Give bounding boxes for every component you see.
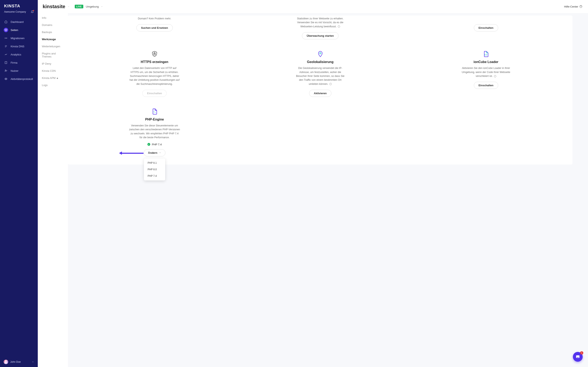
nav-label: Nutzer [11, 69, 18, 72]
building-icon [4, 61, 7, 64]
nav-sites[interactable]: Seiten [0, 26, 38, 34]
chevron-down-icon[interactable] [67, 5, 70, 8]
tools-panel: Domain? Kein Problem mehr. Suchen und Er… [68, 16, 294, 165]
php-option-81[interactable]: PHP 8.1 [144, 160, 165, 166]
company-name[interactable]: Awesome Company [4, 10, 26, 13]
subnav-cdn[interactable]: Kinsta CDN [38, 67, 68, 75]
subnav-domains[interactable]: Domains [38, 21, 68, 29]
php-version-dropdown: PHP 8.1 PHP 8.0 PHP 7.4 [144, 158, 165, 180]
primary-sidebar: KINSTA Awesome Company Dashboard Seiten … [0, 0, 38, 184]
nav-users[interactable]: Nutzer [0, 67, 38, 75]
nav-migrations[interactable]: Migrationen [0, 34, 38, 42]
nav-label: Dashboard [11, 20, 24, 24]
chevron-down-icon[interactable] [101, 6, 103, 8]
home-icon [4, 20, 7, 23]
subnav-plugins[interactable]: Plugins and Themes [38, 50, 68, 60]
brand-logo: KINSTA [4, 4, 34, 8]
arrows-icon [4, 37, 7, 40]
tool-card-https: HTTPS erzwingen Leitet den Datenverkehr … [77, 51, 232, 97]
card-title: PHP-Engine [145, 118, 164, 121]
tool-card-monitoring: Statistiken zu Ihrer Webseite zu erhalte… [243, 17, 294, 39]
card-description: Verwenden Sie diese Steuerelemente um zw… [129, 124, 180, 140]
php-option-80[interactable]: PHP 8.0 [144, 166, 165, 173]
php-option-74[interactable]: PHP 7.4 [144, 173, 165, 179]
layers-icon [4, 29, 7, 31]
card-title: HTTPS erzwingen [141, 60, 168, 64]
live-badge: LIVE [75, 5, 83, 8]
notification-bell-icon[interactable] [31, 10, 34, 13]
php-current-version: PHP 7.4 [147, 143, 162, 146]
chevron-down-icon [159, 152, 161, 154]
subnav-redirects[interactable]: Weiterleitungen [38, 43, 68, 50]
primary-nav: Dashboard Seiten Migrationen Kinsta DNS … [0, 18, 38, 83]
site-subnav: Info Domains Backups Werkzeuge Weiterlei… [38, 0, 68, 184]
nav-dns[interactable]: Kinsta DNS [0, 42, 38, 50]
subnav-tools[interactable]: Werkzeuge [38, 36, 68, 43]
nav-label: Analytics [11, 53, 21, 56]
svg-rect-6 [154, 53, 155, 55]
change-php-button[interactable]: Ändern PHP 8.1 PHP 8.0 PHP 7.4 [144, 149, 165, 156]
card-description: Domain? Kein Problem mehr. [138, 17, 171, 21]
tool-card-php-engine: PHP-Engine Verwenden Sie diese Steuerele… [77, 108, 232, 156]
site-title[interactable]: kinstasite [43, 4, 65, 9]
tool-card-geo: Geolokalisierung Die Geolokalisierung ve… [243, 51, 294, 97]
environment-label[interactable]: Umgebung [86, 5, 99, 8]
svg-point-1 [5, 70, 6, 71]
subnav-logs[interactable]: Logs [38, 82, 68, 89]
nav-analytics[interactable]: Analytics [0, 50, 38, 58]
svg-point-2 [6, 78, 6, 79]
nav-activity[interactable]: Aktivitätenprotokoll [0, 75, 38, 83]
change-label: Ändern [148, 151, 157, 154]
search-replace-button[interactable]: Suchen und Ersetzen [136, 24, 173, 31]
nav-dashboard[interactable]: Dashboard [0, 18, 38, 26]
php-file-icon [151, 108, 158, 115]
card-description: Leitet den Datenverkehr von HTTP auf HTT… [129, 66, 180, 86]
notification-dot [33, 10, 34, 11]
nav-company[interactable]: Firma [0, 58, 38, 67]
apm-indicator-icon [57, 78, 58, 79]
user-plus-icon [4, 69, 7, 72]
chart-icon [4, 53, 7, 56]
tool-card-search-replace: Domain? Kein Problem mehr. Suchen und Er… [77, 17, 232, 39]
force-https-button: Einschalten [142, 90, 167, 97]
nav-label: Aktivitätenprotokoll [11, 77, 33, 81]
subnav-ipdeny[interactable]: IP Deny [38, 60, 68, 67]
page-header: kinstasite LIVE Umgebung Hilfe-Center [38, 0, 294, 13]
subnav-backups[interactable]: Backups [38, 29, 68, 36]
nav-label: Kinsta DNS [11, 45, 24, 48]
svg-rect-0 [5, 62, 7, 64]
dns-icon [4, 45, 7, 48]
eye-icon [4, 77, 7, 80]
nav-label: Firma [11, 61, 17, 64]
nav-label: Seiten [11, 29, 18, 32]
lock-shield-icon [151, 51, 158, 57]
check-circle-icon [147, 143, 150, 146]
subnav-apm[interactable]: Kinsta APM [38, 75, 68, 82]
nav-label: Migrationen [11, 37, 25, 40]
php-version-label: PHP 7.4 [152, 143, 162, 146]
subnav-info[interactable]: Info [38, 14, 68, 21]
